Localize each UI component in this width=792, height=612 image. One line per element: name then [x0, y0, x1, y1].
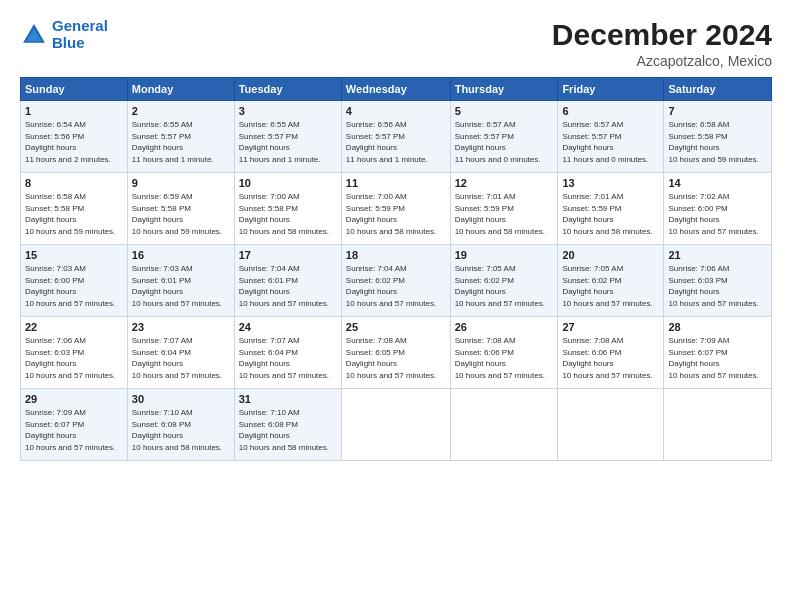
day-info: Sunrise: 7:10 AM Sunset: 6:08 PM Dayligh…: [132, 407, 230, 453]
day-number: 11: [346, 177, 446, 189]
calendar-cell: 4 Sunrise: 6:56 AM Sunset: 5:57 PM Dayli…: [341, 101, 450, 173]
title-block: December 2024 Azcapotzalco, Mexico: [552, 18, 772, 69]
calendar-cell: 19 Sunrise: 7:05 AM Sunset: 6:02 PM Dayl…: [450, 245, 558, 317]
day-number: 7: [668, 105, 767, 117]
calendar-cell: 30 Sunrise: 7:10 AM Sunset: 6:08 PM Dayl…: [127, 389, 234, 461]
calendar-cell: 31 Sunrise: 7:10 AM Sunset: 6:08 PM Dayl…: [234, 389, 341, 461]
day-number: 15: [25, 249, 123, 261]
calendar-cell: 9 Sunrise: 6:59 AM Sunset: 5:58 PM Dayli…: [127, 173, 234, 245]
calendar-cell: 5 Sunrise: 6:57 AM Sunset: 5:57 PM Dayli…: [450, 101, 558, 173]
day-info: Sunrise: 7:05 AM Sunset: 6:02 PM Dayligh…: [455, 263, 554, 309]
calendar-cell: 10 Sunrise: 7:00 AM Sunset: 5:58 PM Dayl…: [234, 173, 341, 245]
calendar-cell: 29 Sunrise: 7:09 AM Sunset: 6:07 PM Dayl…: [21, 389, 128, 461]
day-number: 3: [239, 105, 337, 117]
calendar: Sunday Monday Tuesday Wednesday Thursday…: [20, 77, 772, 461]
col-thursday: Thursday: [450, 78, 558, 101]
day-info: Sunrise: 6:57 AM Sunset: 5:57 PM Dayligh…: [455, 119, 554, 165]
day-info: Sunrise: 7:03 AM Sunset: 6:01 PM Dayligh…: [132, 263, 230, 309]
day-number: 24: [239, 321, 337, 333]
day-number: 5: [455, 105, 554, 117]
calendar-cell: 26 Sunrise: 7:08 AM Sunset: 6:06 PM Dayl…: [450, 317, 558, 389]
calendar-cell: 18 Sunrise: 7:04 AM Sunset: 6:02 PM Dayl…: [341, 245, 450, 317]
calendar-cell: 27 Sunrise: 7:08 AM Sunset: 6:06 PM Dayl…: [558, 317, 664, 389]
col-wednesday: Wednesday: [341, 78, 450, 101]
calendar-cell: 3 Sunrise: 6:55 AM Sunset: 5:57 PM Dayli…: [234, 101, 341, 173]
day-info: Sunrise: 7:04 AM Sunset: 6:01 PM Dayligh…: [239, 263, 337, 309]
calendar-cell: [341, 389, 450, 461]
day-info: Sunrise: 7:08 AM Sunset: 6:06 PM Dayligh…: [562, 335, 659, 381]
calendar-week-1: 1 Sunrise: 6:54 AM Sunset: 5:56 PM Dayli…: [21, 101, 772, 173]
day-info: Sunrise: 7:03 AM Sunset: 6:00 PM Dayligh…: [25, 263, 123, 309]
calendar-cell: 16 Sunrise: 7:03 AM Sunset: 6:01 PM Dayl…: [127, 245, 234, 317]
day-info: Sunrise: 7:08 AM Sunset: 6:05 PM Dayligh…: [346, 335, 446, 381]
col-monday: Monday: [127, 78, 234, 101]
day-number: 17: [239, 249, 337, 261]
calendar-header-row: Sunday Monday Tuesday Wednesday Thursday…: [21, 78, 772, 101]
calendar-cell: [664, 389, 772, 461]
col-friday: Friday: [558, 78, 664, 101]
day-info: Sunrise: 6:58 AM Sunset: 5:58 PM Dayligh…: [25, 191, 123, 237]
day-number: 27: [562, 321, 659, 333]
day-info: Sunrise: 6:57 AM Sunset: 5:57 PM Dayligh…: [562, 119, 659, 165]
day-number: 13: [562, 177, 659, 189]
day-number: 6: [562, 105, 659, 117]
calendar-cell: 13 Sunrise: 7:01 AM Sunset: 5:59 PM Dayl…: [558, 173, 664, 245]
col-sunday: Sunday: [21, 78, 128, 101]
day-number: 16: [132, 249, 230, 261]
calendar-week-4: 22 Sunrise: 7:06 AM Sunset: 6:03 PM Dayl…: [21, 317, 772, 389]
logo-line1: General: [52, 17, 108, 34]
day-info: Sunrise: 7:04 AM Sunset: 6:02 PM Dayligh…: [346, 263, 446, 309]
calendar-cell: 24 Sunrise: 7:07 AM Sunset: 6:04 PM Dayl…: [234, 317, 341, 389]
logo: General Blue: [20, 18, 108, 51]
calendar-cell: 23 Sunrise: 7:07 AM Sunset: 6:04 PM Dayl…: [127, 317, 234, 389]
day-info: Sunrise: 6:55 AM Sunset: 5:57 PM Dayligh…: [239, 119, 337, 165]
day-number: 12: [455, 177, 554, 189]
col-tuesday: Tuesday: [234, 78, 341, 101]
calendar-cell: 6 Sunrise: 6:57 AM Sunset: 5:57 PM Dayli…: [558, 101, 664, 173]
calendar-cell: 8 Sunrise: 6:58 AM Sunset: 5:58 PM Dayli…: [21, 173, 128, 245]
logo-icon: [20, 21, 48, 49]
calendar-cell: [450, 389, 558, 461]
day-info: Sunrise: 7:01 AM Sunset: 5:59 PM Dayligh…: [562, 191, 659, 237]
day-info: Sunrise: 7:10 AM Sunset: 6:08 PM Dayligh…: [239, 407, 337, 453]
day-number: 25: [346, 321, 446, 333]
col-saturday: Saturday: [664, 78, 772, 101]
day-number: 10: [239, 177, 337, 189]
day-info: Sunrise: 7:08 AM Sunset: 6:06 PM Dayligh…: [455, 335, 554, 381]
day-info: Sunrise: 6:56 AM Sunset: 5:57 PM Dayligh…: [346, 119, 446, 165]
day-number: 30: [132, 393, 230, 405]
day-number: 8: [25, 177, 123, 189]
calendar-cell: 20 Sunrise: 7:05 AM Sunset: 6:02 PM Dayl…: [558, 245, 664, 317]
day-info: Sunrise: 7:00 AM Sunset: 5:59 PM Dayligh…: [346, 191, 446, 237]
day-number: 20: [562, 249, 659, 261]
day-number: 2: [132, 105, 230, 117]
calendar-cell: 25 Sunrise: 7:08 AM Sunset: 6:05 PM Dayl…: [341, 317, 450, 389]
day-number: 1: [25, 105, 123, 117]
calendar-cell: 15 Sunrise: 7:03 AM Sunset: 6:00 PM Dayl…: [21, 245, 128, 317]
calendar-cell: 22 Sunrise: 7:06 AM Sunset: 6:03 PM Dayl…: [21, 317, 128, 389]
calendar-cell: 12 Sunrise: 7:01 AM Sunset: 5:59 PM Dayl…: [450, 173, 558, 245]
day-info: Sunrise: 7:09 AM Sunset: 6:07 PM Dayligh…: [668, 335, 767, 381]
calendar-cell: 2 Sunrise: 6:55 AM Sunset: 5:57 PM Dayli…: [127, 101, 234, 173]
day-number: 18: [346, 249, 446, 261]
calendar-cell: 1 Sunrise: 6:54 AM Sunset: 5:56 PM Dayli…: [21, 101, 128, 173]
day-info: Sunrise: 7:01 AM Sunset: 5:59 PM Dayligh…: [455, 191, 554, 237]
day-number: 19: [455, 249, 554, 261]
day-info: Sunrise: 6:59 AM Sunset: 5:58 PM Dayligh…: [132, 191, 230, 237]
day-info: Sunrise: 7:06 AM Sunset: 6:03 PM Dayligh…: [25, 335, 123, 381]
month-title: December 2024: [552, 18, 772, 51]
calendar-cell: 28 Sunrise: 7:09 AM Sunset: 6:07 PM Dayl…: [664, 317, 772, 389]
calendar-cell: 14 Sunrise: 7:02 AM Sunset: 6:00 PM Dayl…: [664, 173, 772, 245]
day-number: 31: [239, 393, 337, 405]
calendar-cell: [558, 389, 664, 461]
day-info: Sunrise: 7:00 AM Sunset: 5:58 PM Dayligh…: [239, 191, 337, 237]
day-info: Sunrise: 7:09 AM Sunset: 6:07 PM Dayligh…: [25, 407, 123, 453]
location: Azcapotzalco, Mexico: [552, 53, 772, 69]
logo-line2: Blue: [52, 35, 108, 52]
day-info: Sunrise: 6:58 AM Sunset: 5:58 PM Dayligh…: [668, 119, 767, 165]
day-info: Sunrise: 7:07 AM Sunset: 6:04 PM Dayligh…: [132, 335, 230, 381]
day-number: 21: [668, 249, 767, 261]
day-info: Sunrise: 7:05 AM Sunset: 6:02 PM Dayligh…: [562, 263, 659, 309]
day-info: Sunrise: 7:07 AM Sunset: 6:04 PM Dayligh…: [239, 335, 337, 381]
page: General Blue December 2024 Azcapotzalco,…: [0, 0, 792, 612]
